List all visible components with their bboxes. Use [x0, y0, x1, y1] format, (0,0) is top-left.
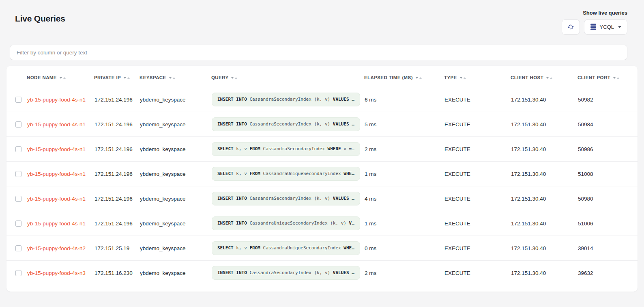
filter-bar — [10, 45, 627, 60]
table-row: yb-15-puppy-food-4s-n3 172.151.16.230 yb… — [6, 261, 638, 285]
node-name-link[interactable]: yb-15-puppy-food-4s-n1 — [27, 121, 86, 128]
client-port-cell: 39014 — [577, 236, 638, 261]
sort-desc-icon — [124, 77, 126, 79]
client-port-cell: 50984 — [577, 112, 638, 137]
table-row: yb-15-puppy-food-4s-n1 172.151.24.196 yb… — [6, 112, 638, 137]
sort-icons[interactable] — [60, 77, 66, 79]
private-ip-cell: 172.151.24.196 — [94, 112, 140, 137]
row-checkbox[interactable] — [15, 97, 21, 103]
client-host-cell: 172.151.30.40 — [511, 211, 577, 236]
api-selector-dropdown[interactable]: YCQL — [584, 19, 627, 35]
elapsed-time-cell: 5 ms — [364, 112, 444, 137]
sort-asc-icon — [550, 77, 552, 79]
type-cell: EXECUTE — [444, 87, 511, 112]
sort-desc-icon — [460, 77, 462, 79]
refresh-button[interactable] — [562, 19, 580, 35]
keyspace-cell: ybdemo_keyspace — [140, 261, 211, 285]
sort-asc-icon — [173, 77, 175, 79]
elapsed-time-cell: 4 ms — [364, 186, 444, 211]
private-ip-cell: 172.151.24.196 — [94, 186, 140, 211]
api-selector-label: YCQL — [600, 24, 614, 30]
row-checkbox[interactable] — [15, 196, 21, 202]
row-checkbox[interactable] — [15, 171, 21, 177]
sort-desc-icon — [231, 77, 234, 79]
row-checkbox[interactable] — [15, 146, 21, 152]
table-row: yb-15-puppy-food-4s-n1 172.151.24.196 yb… — [6, 87, 638, 112]
node-name-link[interactable]: yb-15-puppy-food-4s-n1 — [27, 171, 86, 177]
query-code[interactable]: INSERT INTO CassandraSecondaryIndex (k, … — [212, 192, 360, 205]
query-code[interactable]: SELECT k, v FROM CassandraSecondaryIndex… — [212, 142, 360, 156]
node-name-link[interactable]: yb-15-puppy-food-4s-n1 — [27, 146, 86, 152]
keyspace-cell: ybdemo_keyspace — [140, 236, 211, 261]
sort-desc-icon — [546, 77, 549, 79]
sort-icons[interactable] — [416, 77, 422, 79]
column-header[interactable]: PRIVATE IP — [94, 66, 140, 87]
private-ip-cell: 172.151.24.196 — [94, 211, 140, 236]
client-host-cell: 172.151.30.40 — [511, 112, 577, 137]
client-port-cell: 51006 — [577, 211, 638, 236]
query-code[interactable]: INSERT INTO CassandraUniqueSecondaryInde… — [212, 216, 360, 230]
row-checkbox[interactable] — [15, 121, 21, 128]
refresh-icon — [567, 24, 574, 30]
column-header[interactable]: CLIENT HOST — [511, 66, 577, 87]
elapsed-time-cell: 1 ms — [364, 162, 444, 186]
keyspace-cell: ybdemo_keyspace — [140, 211, 211, 236]
node-name-link[interactable]: yb-15-puppy-food-4s-n1 — [27, 196, 86, 202]
private-ip-cell: 172.151.24.196 — [94, 162, 140, 186]
private-ip-cell: 172.151.24.196 — [94, 137, 140, 162]
page-title: Live Queries — [15, 14, 65, 24]
sort-desc-icon — [613, 77, 616, 79]
client-host-cell: 172.151.30.40 — [511, 261, 577, 285]
query-code[interactable]: INSERT INTO CassandraSecondaryIndex (k, … — [212, 266, 360, 280]
sort-icons[interactable] — [231, 77, 237, 79]
node-name-link[interactable]: yb-15-puppy-food-4s-n2 — [27, 245, 86, 251]
sort-icons[interactable] — [460, 77, 466, 79]
node-name-link[interactable]: yb-15-puppy-food-4s-n1 — [27, 97, 86, 103]
query-code[interactable]: SELECT k, v FROM CassandraUniqueSecondar… — [212, 241, 360, 255]
query-code[interactable]: INSERT INTO CassandraSecondaryIndex (k, … — [212, 117, 360, 131]
filter-input[interactable] — [10, 45, 627, 60]
sort-icons[interactable] — [124, 77, 130, 79]
row-checkbox[interactable] — [15, 245, 21, 251]
live-queries-table: NODE NAME PRIVATE IP KEYSPACE QUERY ELAP… — [6, 66, 638, 285]
elapsed-time-cell: 0 ms — [364, 236, 444, 261]
column-header[interactable]: QUERY — [211, 66, 364, 87]
column-header[interactable]: NODE NAME — [27, 66, 94, 87]
sort-icons[interactable] — [613, 77, 619, 79]
node-name-link[interactable]: yb-15-puppy-food-4s-n1 — [27, 221, 86, 227]
keyspace-cell: ybdemo_keyspace — [140, 162, 211, 186]
client-port-cell: 50986 — [577, 137, 638, 162]
sort-asc-icon — [419, 77, 422, 79]
header-controls: Show live queries YCQ — [562, 10, 627, 35]
column-header[interactable]: ELAPSED TIME (MS) — [364, 66, 444, 87]
sort-asc-icon — [235, 77, 237, 79]
client-port-cell: 39632 — [577, 261, 638, 285]
column-header[interactable]: TYPE — [444, 66, 511, 87]
sort-desc-icon — [416, 77, 418, 79]
client-port-cell: 50980 — [577, 186, 638, 211]
column-header[interactable]: KEYSPACE — [140, 66, 211, 87]
chevron-down-icon — [618, 26, 621, 28]
type-cell: EXECUTE — [444, 236, 511, 261]
keyspace-cell: ybdemo_keyspace — [140, 112, 211, 137]
keyspace-cell: ybdemo_keyspace — [140, 137, 211, 162]
sort-desc-icon — [169, 77, 172, 79]
node-name-link[interactable]: yb-15-puppy-food-4s-n3 — [27, 270, 86, 276]
query-code[interactable]: SELECT k, v FROM CassandraUniqueSecondar… — [212, 167, 360, 181]
sort-icons[interactable] — [169, 77, 175, 79]
row-checkbox[interactable] — [15, 270, 21, 276]
elapsed-time-cell: 1 ms — [364, 211, 444, 236]
top-bar: Live Queries Show live queries — [6, 0, 638, 35]
row-checkbox[interactable] — [15, 221, 21, 227]
sort-icons[interactable] — [546, 77, 552, 79]
header-checkbox-spacer — [6, 66, 27, 87]
client-host-cell: 172.151.30.40 — [511, 162, 577, 186]
elapsed-time-cell: 2 ms — [364, 137, 444, 162]
query-code[interactable]: INSERT INTO CassandraSecondaryIndex (k, … — [212, 93, 360, 106]
table-body: yb-15-puppy-food-4s-n1 172.151.24.196 yb… — [6, 87, 638, 285]
sort-asc-icon — [63, 77, 66, 79]
table-row: yb-15-puppy-food-4s-n1 172.151.24.196 yb… — [6, 137, 638, 162]
column-label: KEYSPACE — [140, 75, 166, 80]
column-header[interactable]: CLIENT PORT — [577, 66, 638, 87]
keyspace-cell: ybdemo_keyspace — [140, 87, 211, 112]
